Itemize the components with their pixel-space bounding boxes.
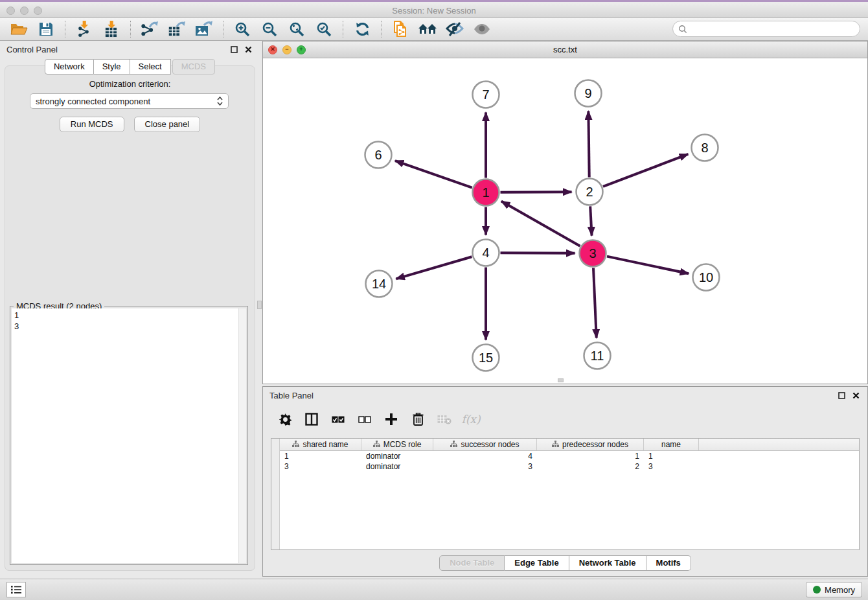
table-row[interactable]: 3dominator323 <box>280 461 859 472</box>
canvas-scroll-handle[interactable] <box>558 378 564 382</box>
delete-row-icon[interactable] <box>410 411 426 427</box>
table-row[interactable]: 1dominator411 <box>280 451 859 461</box>
network-window-title: scc.txt <box>263 45 867 54</box>
app-titlebar: Session: New Session <box>0 0 868 18</box>
table-cell[interactable]: 2 <box>537 462 644 471</box>
mcds-result-list[interactable]: 13 <box>12 308 246 563</box>
graph-edge-1-6[interactable] <box>395 161 472 188</box>
columns-icon[interactable] <box>304 411 319 427</box>
open-file-icon[interactable] <box>9 20 29 38</box>
table-panel: Table Panel f(x) shared nameMCDS rolesuc… <box>262 386 868 577</box>
table-cell[interactable]: 1 <box>644 452 699 461</box>
table-cell[interactable]: 3 <box>644 462 699 471</box>
network-document-icon[interactable] <box>391 20 410 38</box>
graph-node-1[interactable]: 1 <box>473 179 499 206</box>
float-table-panel-icon[interactable] <box>836 390 847 400</box>
close-panel-button[interactable]: Close panel <box>134 117 201 132</box>
network-window-titlebar[interactable]: ✕ − + scc.txt <box>263 41 867 58</box>
table-cell[interactable]: 3 <box>433 462 537 471</box>
main-toolbar <box>0 18 868 41</box>
tab-edge-table[interactable]: Edge Table <box>505 555 569 571</box>
graph-node-15[interactable]: 15 <box>473 345 499 371</box>
graph-edge-2-8[interactable] <box>603 154 688 187</box>
hide-details-icon[interactable] <box>445 20 464 38</box>
search-field[interactable] <box>672 21 860 37</box>
deselect-all-icon[interactable] <box>357 411 372 427</box>
export-table-icon[interactable] <box>167 20 187 38</box>
graph-edge-3-11[interactable] <box>593 268 597 338</box>
splitter-handle[interactable] <box>257 301 262 309</box>
close-panel-icon[interactable] <box>243 44 253 54</box>
table-cell[interactable]: 1 <box>280 452 361 461</box>
refresh-icon[interactable] <box>352 20 372 38</box>
network-graph[interactable]: 7968124314101511 <box>263 58 867 384</box>
column-header-name[interactable]: name <box>644 439 699 450</box>
window-title: Session: New Session <box>0 6 868 16</box>
graph-node-label: 2 <box>586 185 593 199</box>
dropdown-arrows-icon <box>217 97 223 106</box>
column-header-shared-name[interactable]: shared name <box>280 439 361 450</box>
table-cell[interactable]: dominator <box>361 462 433 471</box>
gear-icon[interactable] <box>277 411 293 427</box>
graph-edge-3-10[interactable] <box>607 257 689 274</box>
save-session-icon[interactable] <box>36 20 56 38</box>
show-details-icon[interactable] <box>472 20 492 38</box>
graph-node-11[interactable]: 11 <box>584 343 611 369</box>
criterion-dropdown[interactable]: strongly connected component <box>30 93 229 109</box>
column-header-predecessor-nodes[interactable]: predecessor nodes <box>537 439 644 450</box>
memory-status-icon <box>813 586 821 594</box>
zoom-selected-icon[interactable] <box>314 20 334 38</box>
graph-node-3[interactable]: 3 <box>580 240 606 267</box>
graph-node-6[interactable]: 6 <box>365 142 392 168</box>
import-table-icon[interactable] <box>102 20 121 38</box>
graph-edge-3-1[interactable] <box>501 202 580 246</box>
graph-edge-4-14[interactable] <box>396 257 472 279</box>
memory-button[interactable]: Memory <box>806 582 862 597</box>
graph-edge-2-9[interactable] <box>588 111 589 177</box>
add-row-icon[interactable] <box>383 411 399 427</box>
column-header-MCDS-role[interactable]: MCDS role <box>361 439 433 450</box>
tab-style[interactable]: Style <box>94 59 130 75</box>
graph-edge-2-3[interactable] <box>590 206 591 235</box>
table-cell[interactable]: 3 <box>280 462 361 471</box>
graph-node-2[interactable]: 2 <box>577 179 603 205</box>
tab-node-table[interactable]: Node Table <box>439 555 505 571</box>
graph-node-7[interactable]: 7 <box>473 82 499 108</box>
network-canvas[interactable]: 7968124314101511 <box>263 58 867 384</box>
column-label: successor nodes <box>461 440 519 449</box>
table-toolbar: f(x) <box>271 406 860 432</box>
graph-node-10[interactable]: 10 <box>693 264 720 291</box>
column-edit-icon <box>292 440 299 449</box>
tab-mcds[interactable]: MCDS <box>172 59 215 75</box>
column-header-successor-nodes[interactable]: successor nodes <box>433 439 537 450</box>
search-input[interactable] <box>691 24 854 34</box>
import-network-icon[interactable] <box>74 20 94 38</box>
zoom-out-icon[interactable] <box>260 20 279 38</box>
tab-network-table[interactable]: Network Table <box>569 555 646 571</box>
run-mcds-button[interactable]: Run MCDS <box>60 117 124 132</box>
task-history-button[interactable] <box>6 582 26 597</box>
zoom-fit-icon[interactable] <box>287 20 306 38</box>
export-network-icon[interactable] <box>140 20 159 38</box>
graph-node-14[interactable]: 14 <box>366 271 393 297</box>
export-image-icon[interactable] <box>194 20 214 38</box>
graph-node-8[interactable]: 8 <box>692 135 718 161</box>
table-cell[interactable]: 4 <box>433 452 537 461</box>
node-table: shared nameMCDS rolesuccessor nodesprede… <box>271 438 860 550</box>
tab-select[interactable]: Select <box>130 59 171 75</box>
graph-edge-4-3[interactable] <box>500 253 575 253</box>
home-icon[interactable] <box>418 20 437 38</box>
select-all-icon[interactable] <box>330 411 346 427</box>
tab-motifs[interactable]: Motifs <box>646 555 691 571</box>
table-cell[interactable]: 1 <box>537 452 644 461</box>
result-scrollbar[interactable] <box>238 308 246 563</box>
float-panel-icon[interactable] <box>229 44 239 54</box>
tab-network[interactable]: Network <box>45 59 94 75</box>
zoom-in-icon[interactable] <box>233 20 252 38</box>
mcds-panel: Optimization criterion: strongly connect… <box>5 65 255 571</box>
graph-edge-1-2[interactable] <box>500 192 571 192</box>
table-cell[interactable]: dominator <box>361 452 433 461</box>
graph-node-4[interactable]: 4 <box>473 240 499 266</box>
graph-node-9[interactable]: 9 <box>575 80 602 107</box>
close-table-panel-icon[interactable] <box>851 390 861 400</box>
